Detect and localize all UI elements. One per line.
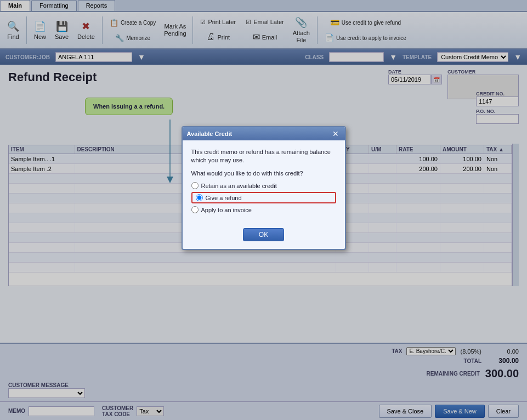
modal-overlay: Available Credit ✕ This credit memo or r… — [0, 0, 527, 420]
radio-give-refund[interactable] — [196, 194, 203, 201]
modal-title: Available Credit — [187, 130, 233, 137]
option-apply-invoice-label: Apply to an invoice — [201, 207, 252, 213]
modal-desc1: This credit memo or refund has a remaini… — [191, 148, 336, 165]
option-retain-label: Retain as an available credit — [201, 183, 277, 189]
option-give-refund[interactable]: Give a refund — [191, 192, 336, 203]
modal-desc2: What would you like to do with this cred… — [191, 169, 336, 178]
ok-button[interactable]: OK — [243, 228, 284, 241]
available-credit-modal: Available Credit ✕ This credit memo or r… — [182, 126, 346, 250]
radio-retain[interactable] — [191, 182, 199, 189]
modal-close-button[interactable]: ✕ — [331, 129, 341, 138]
option-give-refund-label: Give a refund — [206, 195, 242, 201]
radio-apply-invoice[interactable] — [191, 206, 199, 213]
option-retain[interactable]: Retain as an available credit — [191, 182, 336, 189]
option-apply-invoice[interactable]: Apply to an invoice — [191, 206, 336, 213]
